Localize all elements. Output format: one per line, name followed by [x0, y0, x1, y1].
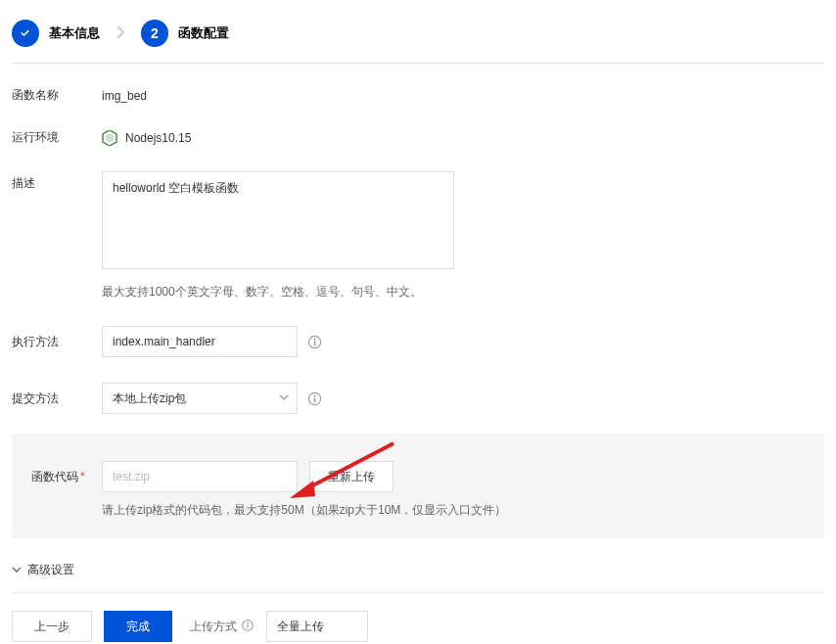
- chevron-down-icon: [279, 391, 289, 405]
- step-2[interactable]: 2 函数配置: [141, 20, 229, 47]
- info-icon[interactable]: [241, 619, 255, 635]
- code-hint: 请上传zip格式的代码包，最大支持50M（如果zip大于10M，仅显示入口文件）: [102, 502, 805, 519]
- step-1-label: 基本信息: [49, 24, 100, 42]
- check-icon: [12, 20, 39, 47]
- label-submit-method: 提交方法: [12, 391, 102, 407]
- svg-rect-10: [247, 623, 248, 627]
- nodejs-icon: [102, 130, 117, 146]
- upload-mode-value: 全量上传: [277, 619, 324, 635]
- steps-header: 基本信息 2 函数配置: [12, 12, 824, 64]
- caret-down-icon: [12, 564, 22, 577]
- footer: 上一步 完成 上传方式 全量上传: [12, 593, 824, 642]
- done-button[interactable]: 完成: [104, 611, 172, 642]
- label-code: 函数代码*: [31, 469, 102, 485]
- label-runtime: 运行环境: [12, 129, 102, 146]
- execute-method-input[interactable]: [102, 326, 298, 357]
- svg-point-4: [314, 394, 316, 396]
- svg-rect-5: [314, 397, 316, 402]
- step-1[interactable]: 基本信息: [12, 20, 100, 47]
- label-function-name: 函数名称: [12, 87, 102, 104]
- submit-method-select[interactable]: 本地上传zip包: [102, 383, 298, 414]
- step-2-number: 2: [141, 20, 168, 47]
- row-execute-method: 执行方法: [12, 326, 824, 357]
- prev-button[interactable]: 上一步: [12, 611, 92, 642]
- upload-mode-select[interactable]: 全量上传: [266, 611, 368, 642]
- value-runtime: Nodejs10.15: [125, 131, 191, 145]
- step-2-label: 函数配置: [178, 24, 229, 42]
- row-function-name: 函数名称 img_bed: [12, 87, 824, 104]
- svg-point-9: [247, 621, 249, 623]
- row-runtime: 运行环境 Nodejs10.15: [12, 129, 824, 146]
- label-description: 描述: [12, 171, 102, 192]
- description-input[interactable]: [102, 171, 454, 269]
- row-description: 描述 最大支持1000个英文字母、数字、空格、逗号、句号、中文。: [12, 171, 824, 300]
- svg-point-1: [314, 338, 316, 340]
- file-name-display[interactable]: test.zip: [102, 461, 298, 492]
- submit-method-value: 本地上传zip包: [113, 391, 186, 407]
- advanced-settings-label: 高级设置: [27, 562, 74, 578]
- upload-mode-label: 上传方式: [190, 619, 255, 635]
- row-submit-method: 提交方法 本地上传zip包: [12, 383, 824, 414]
- advanced-settings-toggle[interactable]: 高级设置: [12, 544, 824, 593]
- value-function-name: img_bed: [102, 89, 147, 103]
- info-icon[interactable]: [307, 391, 322, 406]
- description-hint: 最大支持1000个英文字母、数字、空格、逗号、句号、中文。: [102, 284, 454, 300]
- svg-rect-2: [314, 341, 316, 345]
- label-execute-method: 执行方法: [12, 334, 102, 350]
- reupload-button[interactable]: 重新上传: [309, 461, 394, 492]
- info-icon[interactable]: [307, 335, 322, 349]
- chevron-right-icon: [116, 24, 125, 43]
- form: 函数名称 img_bed 运行环境 Nodejs10.15 描述 最大支持100…: [12, 64, 824, 642]
- code-upload-panel: 函数代码* test.zip 重新上传 请上传zip格式的代码包，最大支持50M…: [12, 434, 824, 538]
